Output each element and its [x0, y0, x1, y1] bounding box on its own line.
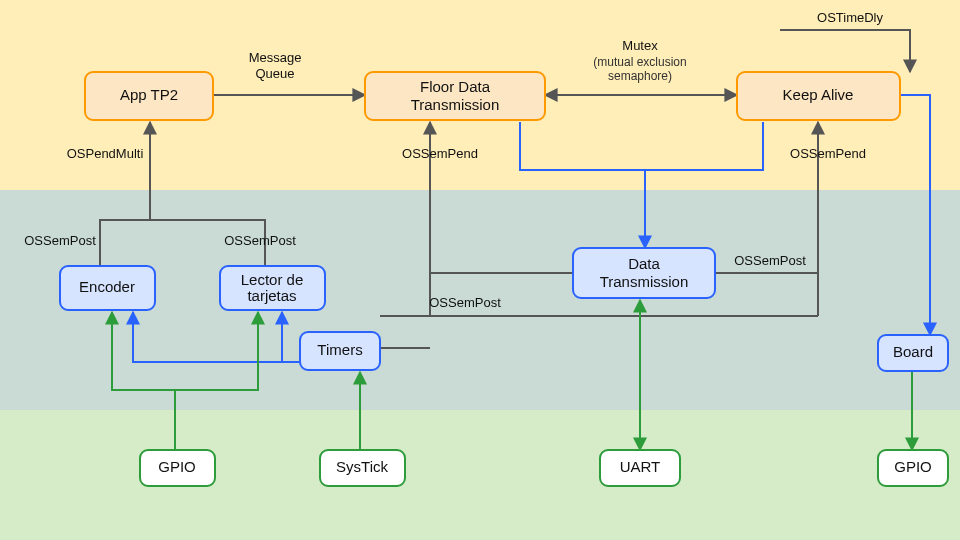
- label-floor-l1: Floor Data: [420, 78, 491, 95]
- label-lector-l1: Lector de: [241, 271, 304, 288]
- edgelabel-ossempost-lec: OSSemPost: [224, 233, 296, 248]
- edgelabel-ossempend-l: OSSemPend: [402, 146, 478, 161]
- edgelabel-mq2: Queue: [255, 66, 294, 81]
- edgelabel-mutex2: (mutual exclusion: [593, 55, 686, 69]
- edgelabel-mq1: Message: [249, 50, 302, 65]
- label-app-tp2: App TP2: [120, 86, 178, 103]
- label-dt-l1: Data: [628, 255, 660, 272]
- label-timers: Timers: [317, 341, 362, 358]
- edgelabel-ossempost-timers: OSSemPost: [429, 295, 501, 310]
- rtos-architecture-diagram: App TP2 Floor Data Transmission Keep Ali…: [0, 0, 960, 540]
- label-uart: UART: [620, 458, 661, 475]
- label-systick: SysTick: [336, 458, 388, 475]
- label-board: Board: [893, 343, 933, 360]
- label-lector-l2: tarjetas: [247, 287, 296, 304]
- edgelabel-ospendmulti: OSPendMulti: [67, 146, 144, 161]
- edgelabel-ossempend-r: OSSemPend: [790, 146, 866, 161]
- label-keep-alive: Keep Alive: [783, 86, 854, 103]
- label-encoder: Encoder: [79, 278, 135, 295]
- edgelabel-ossempost-enc: OSSemPost: [24, 233, 96, 248]
- label-gpio1: GPIO: [158, 458, 196, 475]
- edgelabel-mutex1: Mutex: [622, 38, 658, 53]
- label-dt-l2: Transmission: [600, 273, 689, 290]
- edgelabel-ostimedly: OSTimeDly: [817, 10, 883, 25]
- label-floor-l2: Transmission: [411, 96, 500, 113]
- label-gpio2: GPIO: [894, 458, 932, 475]
- edgelabel-ossempost-dt: OSSemPost: [734, 253, 806, 268]
- edgelabel-mutex3: semaphore): [608, 69, 672, 83]
